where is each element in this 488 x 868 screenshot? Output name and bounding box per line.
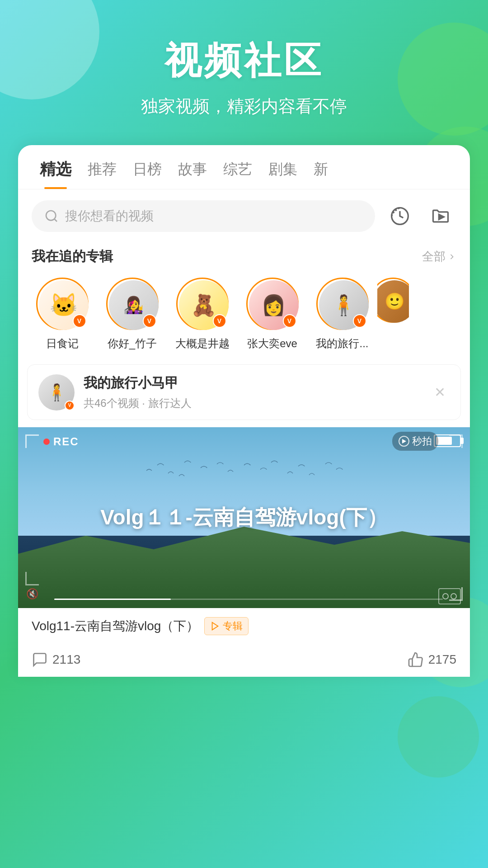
video-container[interactable]: REC 秒拍 Volg１１-云南自驾游vlog(下） 🔇 [18, 427, 470, 608]
likes-count: 2175 [428, 652, 456, 667]
likes-stat[interactable]: 2175 [408, 651, 456, 668]
corner-tl [25, 434, 39, 448]
like-icon [408, 651, 424, 668]
search-icon [44, 209, 59, 223]
avatar-label-4: 我的旅行... [316, 336, 368, 351]
cassette-reel-2 [450, 593, 457, 599]
video-title-text: Volg11-云南自驾游vlog（下） [32, 618, 199, 635]
search-input-wrap[interactable]: 搜你想看的视频 [32, 200, 375, 232]
comments-count: 2113 [52, 652, 80, 667]
info-panel: 🧍 V 我的旅行小马甲 共46个视频 · 旅行达人 ✕ [27, 364, 461, 420]
main-card: 精选 推荐 日榜 故事 综艺 剧集 新 搜你想看的视频 [18, 145, 470, 677]
avatar-item-0[interactable]: 🐱 日食记 [27, 278, 97, 351]
search-placeholder: 搜你想看的视频 [65, 208, 154, 225]
avatar-vip-4 [353, 314, 366, 328]
tabs-bar: 精选 推荐 日榜 故事 综艺 剧集 新 [18, 145, 470, 189]
avatar-vip-3 [283, 314, 296, 328]
svg-marker-4 [402, 439, 406, 443]
tab-ribang[interactable]: 日榜 [125, 160, 170, 189]
avatar-ring-0: 🐱 [36, 278, 89, 330]
progress-bar[interactable] [54, 599, 443, 600]
avatar-item-5[interactable]: 🙂 [377, 278, 409, 329]
svg-line-1 [54, 219, 57, 222]
video-meta-title: Volg11-云南自驾游vlog（下） 专辑 [32, 617, 456, 635]
video-bg: REC 秒拍 Volg１１-云南自驾游vlog(下） 🔇 [18, 427, 470, 608]
comment-icon [32, 651, 48, 668]
svg-marker-5 [212, 623, 218, 630]
avatar-image-5: 🙂 [377, 280, 409, 323]
avatar-label-1: 你好_竹子 [108, 336, 157, 351]
avatar-ring-4: 🧍 [316, 278, 369, 330]
volume-icon: 🔇 [26, 588, 38, 600]
avatar-ring-5: 🙂 [377, 278, 409, 323]
info-desc: 共46个视频 · 旅行达人 [84, 396, 421, 410]
volume-control: 🔇 [26, 588, 38, 600]
info-panel-avatar: 🧍 V [38, 374, 75, 410]
corner-bl [25, 572, 39, 585]
rec-dot [43, 439, 50, 445]
tab-tuijian[interactable]: 推荐 [80, 160, 125, 189]
album-tag[interactable]: 专辑 [204, 617, 249, 635]
avatar-item-2[interactable]: 🧸 大概是井越 [167, 278, 237, 351]
top-right-overlay[interactable]: 秒拍 [392, 432, 438, 451]
avatar-vip-1 [143, 314, 156, 328]
avatar-ring-2: 🧸 [176, 278, 229, 330]
info-panel-vip: V [65, 401, 75, 410]
avatar-list: 🐱 日食记 👩‍🎤 你好_竹子 🧸 大概是井越 👩 [18, 273, 470, 364]
header: 视频社区 独家视频，精彩内容看不停 [0, 0, 488, 145]
progress-fill [54, 599, 171, 600]
tab-juju[interactable]: 剧集 [260, 160, 305, 189]
stats-row: 2113 2175 [18, 644, 470, 677]
avatar-item-1[interactable]: 👩‍🎤 你好_竹子 [97, 278, 167, 351]
tab-jingxuan[interactable]: 精选 [32, 159, 80, 189]
album-label: 专辑 [223, 619, 243, 633]
birds-svg [63, 454, 425, 509]
history-button[interactable] [384, 200, 416, 232]
search-area: 搜你想看的视频 [18, 189, 470, 243]
info-name: 我的旅行小马甲 [84, 374, 421, 392]
page-subtitle: 独家视频，精彩内容看不停 [18, 95, 470, 118]
avatar-label-2: 大概是井越 [175, 336, 230, 351]
rec-text: REC [53, 435, 79, 448]
comments-stat[interactable]: 2113 [32, 651, 80, 668]
battery-fill [436, 437, 452, 445]
video-title-overlay: Volg１１-云南自驾游vlog(下） [41, 504, 447, 531]
avatar-item-4[interactable]: 🧍 我的旅行... [307, 278, 377, 351]
info-text: 我的旅行小马甲 共46个视频 · 旅行达人 [84, 374, 421, 410]
following-title: 我在追的专辑 [32, 247, 113, 266]
page-title: 视频社区 [18, 36, 470, 86]
avatar-label-0: 日食记 [46, 336, 79, 351]
tab-zongyi[interactable]: 综艺 [215, 160, 260, 189]
cassette-icon [438, 588, 461, 604]
video-bottom: Volg11-云南自驾游vlog（下） 专辑 [18, 608, 470, 644]
tab-new[interactable]: 新 [305, 160, 336, 189]
overlay-label: 秒拍 [412, 434, 432, 448]
avatar-vip-2 [213, 314, 226, 328]
avatar-item-3[interactable]: 👩 张大奕eve [237, 278, 307, 351]
following-more[interactable]: 全部 [422, 249, 456, 264]
avatar-label-3: 张大奕eve [247, 336, 297, 351]
video-folder-button[interactable] [425, 200, 456, 232]
following-section-header: 我在追的专辑 全部 [18, 243, 470, 273]
avatar-ring-1: 👩‍🎤 [106, 278, 159, 330]
tab-gushi[interactable]: 故事 [170, 160, 215, 189]
avatar-vip-0 [73, 314, 86, 328]
bg-blob-br2 [398, 696, 479, 778]
svg-marker-3 [439, 214, 444, 219]
video-title: Volg１１-云南自驾游vlog(下） [41, 504, 447, 531]
svg-point-0 [46, 211, 56, 220]
avatar-ring-3: 👩 [246, 278, 299, 330]
overlay-play-icon [399, 436, 409, 447]
info-close-button[interactable]: ✕ [430, 382, 450, 402]
rec-badge: REC [43, 435, 79, 448]
cassette-reel-1 [442, 593, 449, 599]
